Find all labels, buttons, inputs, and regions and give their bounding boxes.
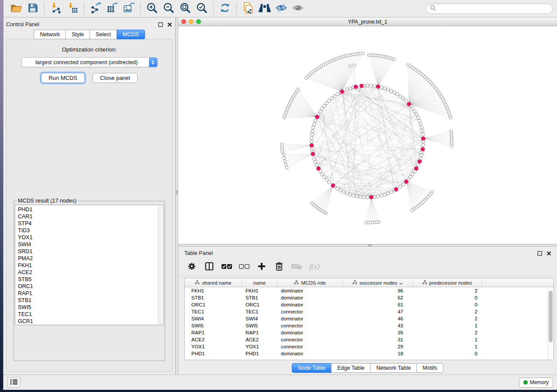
tab-edge-table[interactable]: Edge Table	[331, 363, 370, 373]
table-row[interactable]: YOX1YOX1connector291	[185, 343, 547, 350]
mcds-result-item[interactable]: YOX1	[18, 234, 163, 241]
export-image-button[interactable]	[121, 1, 137, 16]
columns-icon	[204, 261, 214, 272]
network-canvas[interactable]	[178, 26, 557, 244]
zoom-fit-button[interactable]	[177, 1, 194, 16]
mcds-result-item[interactable]: PMA2	[18, 255, 163, 262]
task-history-button[interactable]	[7, 377, 21, 388]
mcds-result-item[interactable]: FKH1	[18, 262, 163, 269]
zoom-selected-icon	[196, 2, 208, 15]
show-columns-button[interactable]	[202, 260, 217, 274]
panel-splitter[interactable]	[175, 17, 178, 375]
table-row[interactable]: FKH1FKH1dominator962	[185, 287, 547, 294]
hide-selected-button[interactable]	[273, 1, 290, 16]
float-panel-icon[interactable]	[537, 251, 543, 256]
mcds-result-item[interactable]: SRD1	[18, 248, 163, 255]
table-cell	[482, 350, 547, 357]
mcds-result-item[interactable]: GCR1	[18, 318, 163, 325]
task-list-icon	[10, 379, 18, 386]
tab-network-table[interactable]: Network Table	[370, 363, 417, 373]
deselect-all-button[interactable]	[237, 260, 252, 274]
export-network-button[interactable]	[87, 1, 104, 16]
select-all-button[interactable]	[219, 260, 234, 274]
delete-rows-button[interactable]	[272, 260, 287, 274]
table-row[interactable]: RAP1RAP1dominator352	[185, 329, 547, 336]
scrollbar-thumb[interactable]	[549, 291, 553, 342]
mcds-result-item[interactable]: PHD1	[18, 206, 163, 213]
table-cell: STB1	[185, 294, 242, 301]
table-scrollbar[interactable]	[547, 287, 554, 360]
mcds-result-item[interactable]: STB5	[18, 276, 163, 283]
tab-motifs[interactable]: Motifs	[416, 363, 443, 373]
memory-status-icon	[523, 380, 528, 385]
clear-table-button[interactable]	[289, 260, 304, 274]
attribute-icon	[294, 280, 299, 285]
import-table-button[interactable]	[64, 1, 81, 16]
refresh-view-button[interactable]	[217, 1, 233, 16]
column-header-name[interactable]: name	[242, 279, 277, 287]
float-panel-icon[interactable]	[158, 22, 163, 28]
show-all-button[interactable]	[290, 1, 306, 16]
mcds-list-scrollbar[interactable]	[158, 206, 163, 324]
mcds-result-item[interactable]: ACE2	[18, 269, 163, 276]
table-row[interactable]: SWI5SWI5connector431	[185, 322, 547, 329]
table-row[interactable]: TEC1TEC1connector472	[185, 308, 547, 315]
save-session-button[interactable]	[24, 1, 41, 16]
table-splitter[interactable]	[178, 244, 557, 247]
column-header-shared-name[interactable]: shared name	[185, 279, 242, 287]
export-table-button[interactable]	[104, 1, 121, 16]
zoom-selected-button[interactable]	[194, 1, 210, 16]
table-settings-button[interactable]	[184, 260, 199, 274]
network-graph[interactable]	[178, 26, 557, 244]
network-search-field[interactable]	[426, 3, 553, 14]
binoculars-icon	[258, 3, 271, 14]
zoom-out-button[interactable]	[160, 1, 177, 16]
import-network-button[interactable]	[48, 1, 64, 16]
mcds-result-item[interactable]: TID3	[18, 227, 163, 234]
column-header-predecessor-nodes[interactable]: predecessor nodes	[413, 279, 482, 287]
mcds-result-item[interactable]: STP4	[18, 220, 163, 227]
zoom-in-button[interactable]	[144, 1, 160, 16]
mcds-result-item[interactable]: ORC1	[18, 283, 163, 290]
tab-mcds[interactable]: MCDS	[117, 30, 145, 39]
clone-network-icon	[242, 2, 254, 15]
mcds-result-list[interactable]: PHD1CAR1STP4TID3YOX1SWI4SRD1PMA2FKH1ACE2…	[15, 205, 164, 325]
column-header-successor-nodes[interactable]: successor nodes	[343, 279, 413, 287]
add-row-button[interactable]	[254, 260, 269, 274]
tab-select[interactable]: Select	[90, 30, 117, 39]
mcds-result-item[interactable]: RAP1	[18, 290, 163, 297]
close-panel-icon[interactable]	[546, 251, 552, 256]
select-all-icon	[221, 263, 232, 271]
close-panel-icon[interactable]	[167, 22, 173, 28]
table-row[interactable]: ACE2ACE2connector311	[185, 336, 547, 343]
mcds-result-item[interactable]: CAR1	[18, 213, 163, 220]
table-cell: 0	[413, 301, 482, 308]
mcds-result-item[interactable]: TEC1	[18, 311, 163, 318]
column-header-MCDS-role[interactable]: MCDS role	[277, 279, 343, 287]
function-builder-button[interactable]: f(x)	[307, 260, 326, 274]
tab-network[interactable]: Network	[34, 30, 66, 39]
control-panel: Control Panel NetworkStyleSelectMCDS Opt…	[3, 17, 175, 375]
search-network-button[interactable]	[256, 1, 273, 16]
table-row[interactable]: STB1STB1dominator620	[185, 294, 547, 301]
fx-icon: f(x)	[308, 261, 325, 273]
table-row[interactable]: PHD1PHD1dominator180	[185, 350, 547, 357]
close-panel-button[interactable]: Close panel	[93, 73, 138, 83]
search-input[interactable]	[436, 6, 549, 12]
mcds-result-item[interactable]: SWI4	[18, 241, 163, 248]
table-cell: 96	[343, 287, 413, 294]
open-file-button[interactable]	[8, 1, 24, 16]
table-row[interactable]: SWI4SWI4dominator462	[185, 315, 547, 322]
memory-button[interactable]: Memory	[519, 378, 553, 388]
table-row[interactable]: ORC1ORC1dominator610	[185, 301, 547, 308]
clone-network-button[interactable]	[240, 1, 256, 16]
optimization-criterion-select[interactable]: largest connected component (undirected)	[21, 57, 158, 67]
run-mcds-button[interactable]: Run MCDS	[41, 73, 85, 83]
tab-style[interactable]: Style	[66, 30, 90, 39]
tab-node-table[interactable]: Node Table	[292, 363, 332, 373]
mcds-result-item[interactable]: STB1	[18, 297, 163, 304]
splitter-grab-icon	[368, 244, 372, 246]
svg-text:f(x): f(x)	[309, 262, 320, 271]
table-cell: SWI4	[242, 315, 277, 322]
mcds-result-item[interactable]: SWI5	[18, 304, 163, 311]
